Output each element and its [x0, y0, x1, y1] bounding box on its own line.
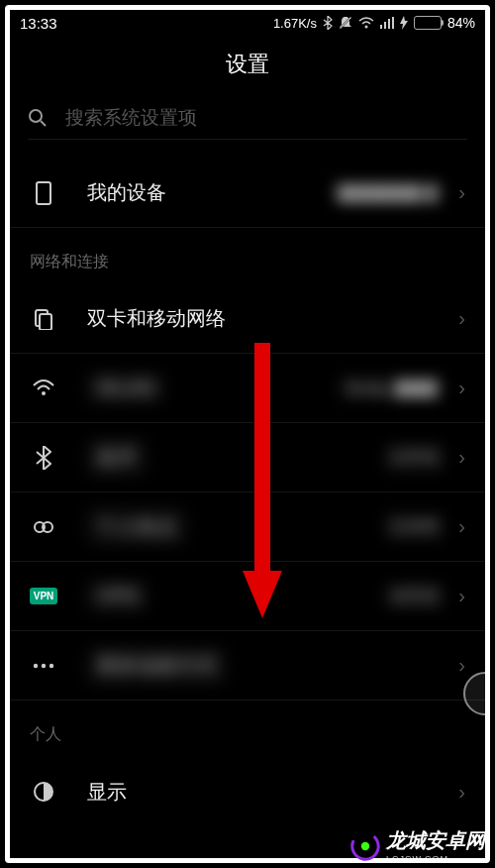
search-input[interactable] — [65, 107, 467, 129]
vpn-icon: VPN — [30, 588, 57, 604]
svg-point-16 — [50, 663, 53, 667]
row-more-connect[interactable]: 更多连接方式 › — [10, 631, 485, 701]
hotspot-label: 个人热点 — [87, 509, 384, 544]
wifi-icon — [358, 17, 374, 29]
svg-line-8 — [41, 121, 46, 126]
my-device-value: ████████ █ — [331, 180, 446, 205]
page-title: 设置 — [10, 36, 485, 97]
chevron-right-icon: › — [458, 585, 465, 607]
svg-point-2 — [364, 26, 367, 29]
watermark-text: 龙城安卓网 — [386, 829, 485, 851]
bluetooth-value: 已开启 — [384, 444, 445, 471]
chevron-right-icon: › — [458, 377, 465, 399]
signal-icon — [380, 17, 394, 29]
sim-icon — [30, 308, 57, 330]
status-indicators: 1.67K/s 84% — [273, 15, 475, 31]
chevron-right-icon: › — [458, 181, 465, 204]
wifi-value: Tenda_████ — [339, 376, 446, 400]
hotspot-value: 已关闭 — [384, 513, 445, 540]
chevron-right-icon: › — [458, 446, 465, 469]
row-wifi[interactable]: WLAN Tenda_████ › — [10, 354, 485, 423]
watermark-logo — [350, 831, 380, 861]
more-icon — [30, 663, 57, 669]
dnd-icon — [339, 16, 352, 30]
row-my-device[interactable]: 我的设备 ████████ █ › — [10, 159, 485, 228]
svg-rect-6 — [392, 17, 394, 29]
vpn-label: VPN — [87, 581, 384, 611]
battery-icon — [414, 16, 442, 30]
status-time: 13:33 — [20, 15, 57, 32]
svg-point-21 — [361, 841, 369, 849]
section-network-header: 网络和连接 — [10, 228, 485, 284]
row-display[interactable]: 显示 › — [10, 757, 485, 826]
svg-point-11 — [42, 391, 46, 395]
svg-point-7 — [30, 110, 42, 122]
more-connect-label: 更多连接方式 — [87, 648, 445, 683]
svg-point-15 — [42, 663, 46, 667]
row-bluetooth[interactable]: 蓝牙 已开启 › — [10, 423, 485, 492]
chevron-right-icon: › — [458, 515, 465, 538]
bluetooth-label: 蓝牙 — [87, 440, 384, 475]
battery-percent: 84% — [447, 15, 475, 31]
my-device-label: 我的设备 — [87, 179, 331, 206]
row-vpn[interactable]: VPN VPN 未开启 › — [10, 562, 485, 631]
row-dual-sim[interactable]: 双卡和移动网络 › — [10, 284, 485, 354]
watermark-sub: LCJCW.COM — [386, 854, 485, 864]
chevron-right-icon: › — [458, 781, 465, 804]
wifi-icon — [30, 380, 57, 397]
svg-point-14 — [34, 663, 38, 667]
vpn-value: 未开启 — [384, 583, 445, 609]
hotspot-icon — [30, 519, 57, 535]
section-personal-header: 个人 — [10, 701, 485, 757]
dual-sim-label: 双卡和移动网络 — [87, 305, 445, 332]
svg-rect-10 — [40, 314, 51, 330]
svg-rect-5 — [388, 19, 390, 29]
search-icon — [28, 108, 48, 128]
watermark: 龙城安卓网 LCJCW.COM — [350, 827, 485, 864]
chevron-right-icon: › — [458, 307, 465, 330]
display-label: 显示 — [87, 779, 445, 806]
bluetooth-icon — [323, 16, 333, 30]
search-bar[interactable] — [10, 97, 485, 139]
svg-rect-3 — [380, 25, 382, 29]
chevron-right-icon: › — [458, 654, 465, 677]
row-hotspot[interactable]: 个人热点 已关闭 › — [10, 492, 485, 562]
wifi-label: WLAN — [87, 373, 339, 403]
net-speed: 1.67K/s — [273, 16, 317, 31]
bluetooth-icon — [30, 446, 57, 470]
phone-icon — [30, 181, 57, 205]
svg-rect-4 — [384, 22, 386, 29]
charge-icon — [400, 16, 408, 30]
status-bar: 13:33 1.67K/s 84% — [10, 10, 485, 36]
display-icon — [30, 781, 57, 803]
